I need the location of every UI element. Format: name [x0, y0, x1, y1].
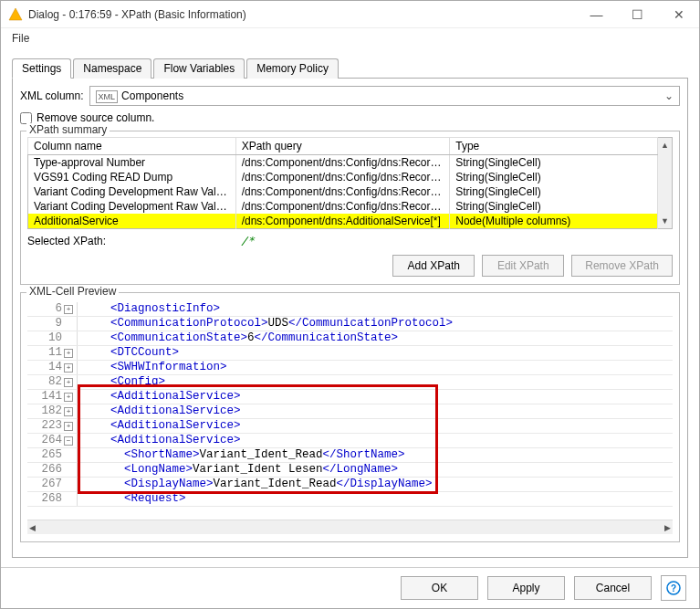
edit-xpath-button[interactable]: Edit XPath [482, 255, 564, 277]
table-row[interactable]: Variant Coding Development Raw Value Res… [28, 184, 658, 199]
expand-icon[interactable]: + [64, 363, 73, 373]
chevron-down-icon: ⌄ [664, 89, 674, 102]
tabs: Settings Namespace Flow Variables Memory… [12, 58, 688, 79]
preview-hscrollbar[interactable]: ◀ ▶ [27, 520, 673, 534]
xml-line[interactable]: 82+ <Config> [27, 375, 673, 390]
xml-line[interactable]: 10 <CommunicationState>6</CommunicationS… [27, 331, 673, 346]
tab-settings[interactable]: Settings [12, 58, 71, 79]
xml-column-label: XML column: [20, 89, 84, 102]
table-row[interactable]: Variant Coding Development Raw Value Rea… [28, 199, 658, 214]
scroll-up-icon[interactable]: ▲ [658, 138, 672, 152]
table-row[interactable]: VGS91 Coding READ Dump/dns:Component/dns… [28, 170, 658, 184]
xpath-summary-fieldset: XPath summary Column name XPath query Ty… [20, 131, 680, 285]
dialog-footer: OK Apply Cancel ? [1, 567, 699, 608]
xml-preview-pane[interactable]: 6+ <DiagnosticInfo>9 <CommunicationProto… [27, 302, 673, 520]
xml-line[interactable]: 264− <AdditionalService> [27, 434, 673, 448]
xml-line[interactable]: 182+ <AdditionalService> [27, 404, 673, 419]
xml-line[interactable]: 9 <CommunicationProtocol>UDS</Communicat… [27, 317, 673, 331]
help-button[interactable]: ? [661, 575, 686, 601]
scroll-right-icon[interactable]: ▶ [664, 523, 671, 532]
window-title: Dialog - 0:176:59 - XPath (Basic Informa… [28, 8, 576, 21]
apply-button[interactable]: Apply [487, 576, 565, 600]
xpath-summary-table[interactable]: Column name XPath query Type Type-approv… [27, 137, 658, 229]
expand-icon[interactable]: + [64, 407, 73, 416]
xml-preview-fieldset: XML-Cell Preview 6+ <DiagnosticInfo>9 <C… [20, 292, 680, 542]
xml-line[interactable]: 267 <DisplayName>Variant_Ident_Read</Dis… [27, 478, 673, 492]
expand-icon[interactable]: + [64, 305, 73, 314]
scroll-left-icon[interactable]: ◀ [29, 523, 36, 532]
expand-icon[interactable]: + [64, 422, 73, 431]
close-button[interactable]: ✕ [658, 1, 699, 27]
xml-preview-legend: XML-Cell Preview [26, 285, 119, 298]
table-row[interactable]: AdditionalService/dns:Component/dns:Addi… [28, 214, 658, 229]
xml-line[interactable]: 268 <Request> [27, 492, 673, 507]
svg-text:?: ? [671, 583, 676, 593]
xml-line[interactable]: 14+ <SWHWInformation> [27, 361, 673, 375]
ok-button[interactable]: OK [401, 576, 478, 600]
selected-xpath-value: /* [241, 235, 254, 247]
xml-line[interactable]: 141+ <AdditionalService> [27, 390, 673, 404]
table-vscrollbar[interactable]: ▲ ▼ [658, 137, 673, 229]
svg-marker-0 [9, 8, 22, 20]
maximize-button[interactable]: ☐ [617, 1, 658, 27]
dialog-window: Dialog - 0:176:59 - XPath (Basic Informa… [0, 0, 700, 609]
titlebar: Dialog - 0:176:59 - XPath (Basic Informa… [1, 1, 699, 28]
xml-type-icon: XML [96, 90, 119, 103]
menubar: File [1, 28, 699, 48]
remove-xpath-button[interactable]: Remove XPath [571, 255, 673, 277]
tab-flow-variables[interactable]: Flow Variables [153, 58, 245, 79]
xml-column-select[interactable]: XMLComponents ⌄ [89, 86, 680, 106]
cancel-button[interactable]: Cancel [574, 576, 652, 600]
xml-line[interactable]: 11+ <DTCCount> [27, 346, 673, 361]
xml-line[interactable]: 223+ <AdditionalService> [27, 419, 673, 434]
selected-xpath-label: Selected XPath: [27, 235, 106, 247]
app-icon [8, 7, 23, 22]
col-header-type[interactable]: Type [450, 138, 658, 155]
col-header-name[interactable]: Column name [28, 138, 236, 155]
expand-icon[interactable]: + [64, 349, 73, 358]
tab-panel-settings: XML column: XMLComponents ⌄ Remove sourc… [12, 79, 688, 558]
minimize-button[interactable]: — [576, 1, 617, 27]
remove-source-checkbox[interactable] [20, 112, 32, 124]
xml-line[interactable]: 266 <LongName>Variant_Ident Lesen</LongN… [27, 463, 673, 478]
scroll-down-icon[interactable]: ▼ [658, 214, 672, 228]
collapse-icon[interactable]: − [64, 436, 73, 446]
tab-namespace[interactable]: Namespace [73, 58, 151, 79]
remove-source-label: Remove source column. [37, 111, 154, 124]
tab-memory-policy[interactable]: Memory Policy [246, 58, 339, 79]
expand-icon[interactable]: + [64, 393, 73, 402]
menu-file[interactable]: File [8, 32, 33, 45]
col-header-query[interactable]: XPath query [235, 138, 450, 155]
xpath-summary-legend: XPath summary [26, 123, 110, 136]
xml-column-value: Components [121, 89, 183, 102]
expand-icon[interactable]: + [64, 378, 73, 387]
xml-line[interactable]: 265 <ShortName>Variant_Ident_Read</Short… [27, 448, 673, 463]
xml-line[interactable]: 6+ <DiagnosticInfo> [27, 302, 673, 317]
add-xpath-button[interactable]: Add XPath [392, 255, 475, 277]
table-row[interactable]: Type-approval Number/dns:Component/dns:C… [28, 155, 658, 171]
